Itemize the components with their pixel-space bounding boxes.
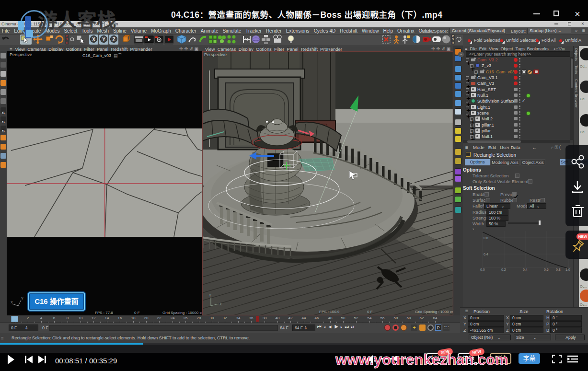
svg-text:Perspective: Perspective: [204, 52, 227, 57]
svg-text:0.6: 0.6: [544, 268, 549, 271]
svg-text:Y: Y: [209, 294, 211, 297]
svg-text:0.4: 0.4: [484, 253, 488, 256]
svg-text:1.0: 1.0: [565, 268, 570, 271]
svg-text:Grid Spacing : 1000 cm: Grid Spacing : 1000 cm: [415, 310, 453, 314]
svg-text:Y: Y: [21, 297, 23, 300]
svg-text:0.2: 0.2: [501, 268, 506, 271]
svg-text:0.4: 0.4: [523, 268, 528, 271]
svg-text:0.8: 0.8: [556, 268, 561, 271]
svg-text:0.0: 0.0: [480, 268, 485, 271]
svg-text:0.8: 0.8: [484, 236, 488, 240]
svg-text:0 F: 0 F: [367, 310, 373, 314]
svg-text:X: X: [219, 302, 222, 306]
svg-text:FPS : 100.9: FPS : 100.9: [319, 310, 340, 314]
svg-text:X: X: [11, 301, 13, 304]
